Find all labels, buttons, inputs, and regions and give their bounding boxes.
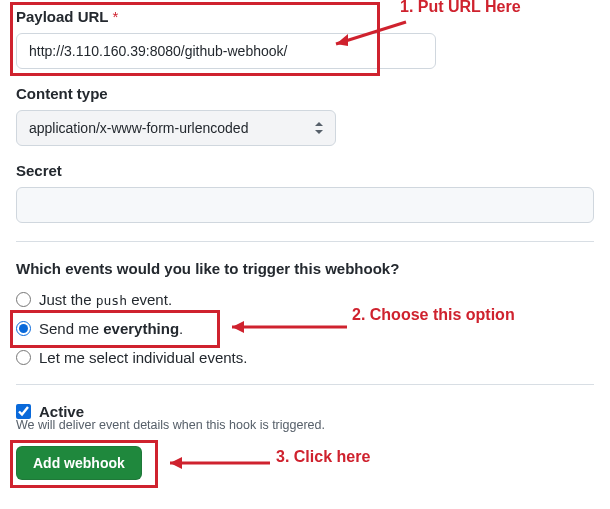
svg-marker-5	[232, 321, 244, 333]
divider-1	[16, 241, 594, 242]
radio-push-label[interactable]: Just the push event.	[39, 291, 172, 308]
payload-url-label-text: Payload URL	[16, 8, 108, 25]
radio-everything[interactable]	[16, 321, 31, 336]
content-type-group: Content type application/x-www-form-urle…	[16, 85, 594, 146]
payload-url-group: Payload URL * 1. Put URL Here	[16, 8, 594, 69]
events-heading: Which events would you like to trigger t…	[16, 260, 594, 277]
submit-wrap: Add webhook 3. Click here	[16, 446, 142, 480]
active-description: We will deliver event details when this …	[16, 418, 594, 432]
secret-label: Secret	[16, 162, 594, 179]
content-type-select[interactable]: application/x-www-form-urlencoded	[16, 110, 336, 146]
required-asterisk: *	[112, 8, 118, 25]
svg-marker-3	[315, 130, 323, 134]
svg-marker-7	[170, 457, 182, 469]
active-checkbox[interactable]	[16, 404, 31, 419]
annotation-text-2: 2. Choose this option	[352, 306, 515, 324]
radio-push[interactable]	[16, 292, 31, 307]
radio-individual[interactable]	[16, 350, 31, 365]
divider-2	[16, 384, 594, 385]
annotation-text-3: 3. Click here	[276, 448, 370, 466]
content-type-label: Content type	[16, 85, 594, 102]
radio-individual-label[interactable]: Let me select individual events.	[39, 349, 247, 366]
annotation-arrow-3	[160, 454, 276, 474]
content-type-selected: application/x-www-form-urlencoded	[29, 118, 248, 138]
secret-input[interactable]	[16, 187, 594, 223]
annotation-text-1: 1. Put URL Here	[400, 0, 521, 16]
payload-url-input[interactable]	[16, 33, 436, 69]
annotation-arrow-2	[222, 318, 352, 338]
add-webhook-button[interactable]: Add webhook	[16, 446, 142, 480]
select-caret-icon	[315, 122, 323, 134]
secret-group: Secret	[16, 162, 594, 223]
radio-row-individual: Let me select individual events.	[16, 349, 594, 366]
events-section: Which events would you like to trigger t…	[16, 260, 594, 366]
svg-marker-2	[315, 122, 323, 126]
radio-row-everything: Send me everything. 2. Choose this optio…	[16, 320, 594, 337]
radio-everything-label[interactable]: Send me everything.	[39, 320, 183, 337]
